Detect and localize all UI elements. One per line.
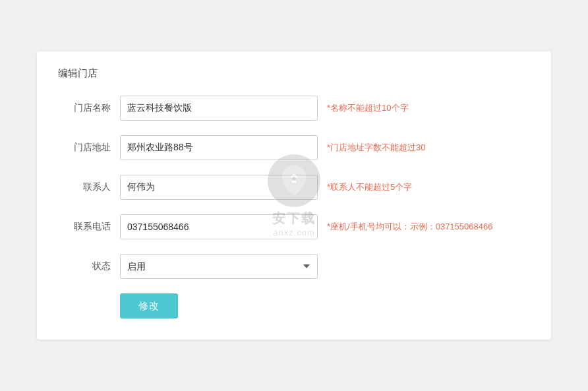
contact-hint: *联系人不能超过5个字 xyxy=(327,181,412,193)
store-address-input[interactable] xyxy=(120,135,318,160)
status-select-wrapper: 启用 禁用 xyxy=(120,254,318,279)
page-title: 编辑门店 xyxy=(58,67,530,80)
contact-label: 联系人 xyxy=(58,181,111,193)
submit-row: 修改 xyxy=(120,293,530,318)
phone-hint: *座机/手机号均可以：示例：037155068466 xyxy=(327,221,492,233)
store-address-hint: *门店地址字数不能超过30 xyxy=(327,142,426,154)
store-name-label: 门店名称 xyxy=(58,102,111,114)
phone-row: 联系电话 *座机/手机号均可以：示例：037155068466 xyxy=(58,214,530,239)
store-name-hint: *名称不能超过10个字 xyxy=(327,102,409,114)
status-row: 状态 启用 禁用 xyxy=(58,254,530,279)
store-name-row: 门店名称 *名称不能超过10个字 xyxy=(58,96,530,121)
phone-label: 联系电话 xyxy=(58,221,111,233)
edit-store-card: 安下载 anxz.com 编辑门店 门店名称 *名称不能超过10个字 门店地址 … xyxy=(37,51,551,340)
store-address-label: 门店地址 xyxy=(58,142,111,154)
phone-input[interactable] xyxy=(120,214,318,239)
submit-button[interactable]: 修改 xyxy=(120,293,178,318)
store-address-row: 门店地址 *门店地址字数不能超过30 xyxy=(58,135,530,160)
status-select[interactable]: 启用 禁用 xyxy=(120,254,318,279)
store-name-input[interactable] xyxy=(120,96,318,121)
status-label: 状态 xyxy=(58,260,111,272)
contact-row: 联系人 *联系人不能超过5个字 xyxy=(58,175,530,200)
contact-input[interactable] xyxy=(120,175,318,200)
